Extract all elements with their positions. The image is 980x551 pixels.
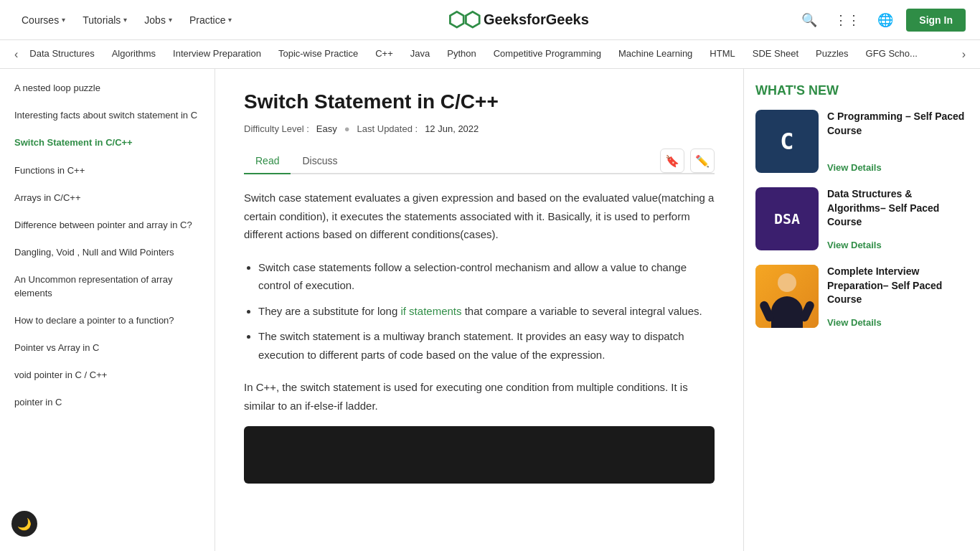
article-bullet-list: Switch case statements follow a selectio…	[244, 258, 715, 364]
course-info-dsa: Data Structures & Algorithms– Self Paced…	[827, 187, 969, 250]
sidebar-item-pointer-array[interactable]: Difference between pointer and array in …	[0, 212, 215, 239]
course-thumb-dsa-label: DSA	[774, 210, 800, 227]
top-navigation: Courses ▾ Tutorials ▾ Jobs ▾ Practice ▾ …	[0, 0, 980, 40]
cat-item-data-structures[interactable]: Data Structures	[21, 41, 103, 67]
practice-label: Practice	[189, 14, 226, 26]
tab-read[interactable]: Read	[244, 149, 291, 174]
cat-item-sde-sheet[interactable]: SDE Sheet	[744, 41, 807, 67]
cat-item-machine-learning[interactable]: Machine Learning	[610, 41, 701, 67]
course-thumb-dsa: DSA	[755, 187, 819, 250]
bullet-item-2: They are a substitute for long if statem…	[258, 302, 715, 321]
last-updated-label: Last Updated :	[357, 123, 418, 134]
article-intro: Switch case statement evaluates a given …	[244, 189, 715, 244]
category-nav-items: Data Structures Algorithms Interview Pre…	[21, 41, 958, 67]
logo-text: GeeksforGeeks	[484, 11, 589, 28]
bullet-item-3: The switch statement is a multiway branc…	[258, 327, 715, 364]
sidebar-item-arrays-cpp[interactable]: Arrays in C/C++	[0, 184, 215, 212]
cat-item-python[interactable]: Python	[438, 41, 484, 67]
courses-chevron-icon: ▾	[62, 16, 65, 24]
course-card-c-programming: C C Programming – Self Paced Course View…	[755, 110, 969, 173]
meta-dot: ●	[344, 123, 350, 134]
person-silhouette-bg	[755, 265, 819, 328]
bullet-item-1: Switch case statements follow a selectio…	[258, 258, 715, 295]
logo-icon: ⬡⬡	[448, 8, 479, 32]
course-card-cip: Complete Interview Preparation– Self Pac…	[755, 265, 969, 328]
tutorials-label: Tutorials	[83, 14, 121, 26]
sidebar-item-dangling-void[interactable]: Dangling, Void , Null and Wild Pointers	[0, 239, 215, 266]
person-head	[778, 273, 796, 292]
grid-icon[interactable]: ⋮⋮	[830, 8, 864, 32]
jobs-menu[interactable]: Jobs ▾	[137, 9, 179, 32]
bullet-1-text: Switch case statements follow a selectio…	[258, 261, 687, 292]
sidebar-item-nested-loop[interactable]: A nested loop puzzle	[0, 75, 215, 102]
bookmark-button[interactable]: 🔖	[660, 149, 684, 173]
sidebar-item-pointer-c[interactable]: pointer in C	[0, 389, 215, 416]
tab-actions: 🔖 ✏️	[660, 149, 715, 173]
difficulty-label: Difficulty Level :	[244, 123, 309, 134]
sidebar: A nested loop puzzle Interesting facts a…	[0, 69, 215, 551]
search-button[interactable]: 🔍	[797, 8, 821, 32]
jobs-chevron-icon: ▾	[169, 16, 172, 24]
difficulty-value: Easy	[316, 123, 337, 134]
sidebar-item-functions-cpp[interactable]: Functions in C++	[0, 157, 215, 184]
courses-menu[interactable]: Courses ▾	[14, 9, 72, 32]
right-panel: WHAT'S NEW C C Programming – Self Paced …	[743, 69, 980, 551]
cat-item-interview-prep[interactable]: Interview Preparation	[164, 41, 270, 67]
dark-mode-toggle[interactable]: 🌙	[11, 511, 37, 537]
if-statements-link[interactable]: if statements	[400, 305, 461, 317]
course-name-c: C Programming – Self Paced Course	[827, 110, 969, 138]
article-title: Switch Statement in C/C++	[244, 90, 715, 113]
course-card-dsa: DSA Data Structures & Algorithms– Self P…	[755, 187, 969, 250]
cat-item-competitive-programming[interactable]: Competitive Programming	[485, 41, 610, 67]
article-tabs: Read Discuss 🔖 ✏️	[244, 149, 715, 174]
view-details-c[interactable]: View Details	[827, 162, 969, 173]
course-thumb-c-label: C	[780, 128, 793, 155]
tutorials-menu[interactable]: Tutorials ▾	[75, 9, 134, 32]
cat-item-cpp[interactable]: C++	[367, 41, 402, 67]
article-content: Switch Statement in C/C++ Difficulty Lev…	[215, 69, 743, 551]
sidebar-item-uncommon-array[interactable]: An Uncommon representation of array elem…	[0, 266, 215, 306]
practice-menu[interactable]: Practice ▾	[182, 9, 240, 32]
main-layout: A nested loop puzzle Interesting facts a…	[0, 69, 980, 551]
last-updated-value: 12 Jun, 2022	[425, 123, 479, 134]
article-meta: Difficulty Level : Easy ● Last Updated :…	[244, 123, 715, 134]
cat-item-topic-practice[interactable]: Topic-wise Practice	[270, 41, 367, 67]
course-thumb-c: C	[755, 110, 819, 173]
edit-button[interactable]: ✏️	[690, 149, 715, 173]
cat-item-gfg-school[interactable]: GFG Scho...	[857, 41, 926, 67]
cat-item-java[interactable]: Java	[402, 41, 438, 67]
sidebar-item-pointer-function[interactable]: How to declare a pointer to a function?	[0, 307, 215, 334]
bullet-3-text: The switch statement is a multiway branc…	[258, 330, 684, 361]
cat-item-html[interactable]: HTML	[701, 41, 743, 67]
cat-nav-right-arrow[interactable]: ›	[959, 42, 969, 67]
jobs-label: Jobs	[144, 14, 166, 26]
whats-new-title: WHAT'S NEW	[755, 83, 969, 98]
person-body	[771, 296, 803, 328]
logo[interactable]: ⬡⬡ GeeksforGeeks	[448, 8, 589, 32]
article-body: Switch case statement evaluates a given …	[244, 189, 715, 484]
view-details-cip[interactable]: View Details	[827, 317, 969, 328]
cat-item-puzzles[interactable]: Puzzles	[807, 41, 857, 67]
tutorials-chevron-icon: ▾	[123, 16, 127, 24]
cat-item-algorithms[interactable]: Algorithms	[103, 41, 164, 67]
article-para-2: In C++, the switch statement is used for…	[244, 378, 715, 415]
category-navigation: ‹ Data Structures Algorithms Interview P…	[0, 40, 980, 69]
top-nav-left: Courses ▾ Tutorials ▾ Jobs ▾ Practice ▾	[14, 9, 239, 32]
sidebar-item-pointer-vs-array[interactable]: Pointer vs Array in C	[0, 334, 215, 362]
tab-discuss[interactable]: Discuss	[291, 149, 349, 174]
course-name-cip: Complete Interview Preparation– Self Pac…	[827, 265, 969, 307]
cat-nav-left-arrow[interactable]: ‹	[11, 42, 21, 67]
code-block	[244, 426, 715, 484]
sidebar-item-switch-statement[interactable]: Switch Statement in C/C++	[0, 129, 215, 156]
sign-in-button[interactable]: Sign In	[906, 9, 966, 32]
course-info-c: C Programming – Self Paced Course View D…	[827, 110, 969, 173]
practice-chevron-icon: ▾	[228, 16, 232, 24]
course-name-dsa: Data Structures & Algorithms– Self Paced…	[827, 187, 969, 230]
sidebar-item-interesting-facts[interactable]: Interesting facts about switch statement…	[0, 102, 215, 129]
course-thumb-cip	[755, 265, 819, 328]
courses-label: Courses	[22, 14, 59, 26]
view-details-dsa[interactable]: View Details	[827, 240, 969, 250]
sidebar-item-void-pointer[interactable]: void pointer in C / C++	[0, 362, 215, 389]
course-info-cip: Complete Interview Preparation– Self Pac…	[827, 265, 969, 328]
translate-icon[interactable]: 🌐	[873, 8, 897, 32]
